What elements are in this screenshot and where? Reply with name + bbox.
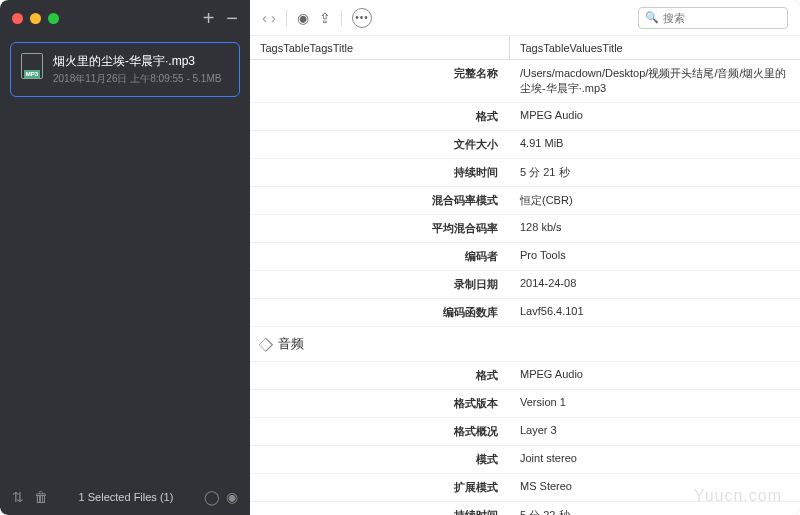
metadata-row: 平均混合码率128 kb/s <box>250 215 800 243</box>
search-input[interactable] <box>663 12 781 24</box>
metadata-key: 模式 <box>250 446 510 473</box>
metadata-row: 文件大小4.91 MiB <box>250 131 800 159</box>
sort-icon[interactable]: ⇅ <box>12 489 24 505</box>
metadata-value: 恒定(CBR) <box>510 187 800 214</box>
metadata-row: 混合码率模式恒定(CBR) <box>250 187 800 215</box>
file-name: 烟火里的尘埃-华晨宇·.mp3 <box>53 53 229 70</box>
metadata-key: 持续时间 <box>250 502 510 515</box>
add-file-button[interactable]: + <box>203 8 215 28</box>
metadata-value: Version 1 <box>510 390 800 417</box>
metadata-row: 持续时间5 分 22 秒 <box>250 502 800 515</box>
file-extension-badge: MP3 <box>24 70 40 78</box>
audio-section-header[interactable]: ❑ 音频 <box>250 327 800 362</box>
tag-icon: ❑ <box>256 334 275 353</box>
nav-arrows: ‹ › <box>262 9 276 26</box>
file-type-icon: MP3 <box>21 53 43 79</box>
metadata-row: 扩展模式MS Stereo <box>250 474 800 502</box>
metadata-row: 完整名称/Users/macdown/Desktop/视频开头结尾/音频/烟火里… <box>250 60 800 103</box>
metadata-row: 持续时间5 分 21 秒 <box>250 159 800 187</box>
footer-right-icons: ◯ ◉ <box>204 489 238 505</box>
footer-left-icons: ⇅ 🗑 <box>12 489 48 505</box>
metadata-row: 模式Joint stereo <box>250 446 800 474</box>
metadata-value: /Users/macdown/Desktop/视频开头结尾/音频/烟火里的尘埃-… <box>510 60 800 102</box>
metadata-value: 4.91 MiB <box>510 131 800 158</box>
selected-files-label: 1 Selected Files (1) <box>79 491 174 503</box>
share-icon[interactable]: ⇪ <box>319 10 331 26</box>
metadata-row: 格式概况Layer 3 <box>250 418 800 446</box>
main-panel: ‹ › ◉ ⇪ ••• 🔍 TagsTableTagsTitle TagsTab… <box>250 0 800 515</box>
metadata-row: 格式MPEG Audio <box>250 362 800 390</box>
metadata-value: 5 分 22 秒 <box>510 502 800 515</box>
forward-button[interactable]: › <box>271 9 276 26</box>
minimize-window-icon[interactable] <box>30 13 41 24</box>
metadata-key: 编码者 <box>250 243 510 270</box>
metadata-key: 文件大小 <box>250 131 510 158</box>
metadata-value: MPEG Audio <box>510 362 800 389</box>
metadata-value: Layer 3 <box>510 418 800 445</box>
toolbar-icons: ◉ ⇪ <box>297 10 331 26</box>
more-icon[interactable]: ••• <box>352 8 372 28</box>
metadata-value: Pro Tools <box>510 243 800 270</box>
file-list-item[interactable]: MP3 烟火里的尘埃-华晨宇·.mp3 2018年11月26日 上午8:09:5… <box>10 42 240 97</box>
titlebar-actions: + − <box>203 8 238 28</box>
metadata-row: 编码者Pro Tools <box>250 243 800 271</box>
metadata-value: 128 kb/s <box>510 215 800 242</box>
tags-column-header[interactable]: TagsTableTagsTitle <box>250 36 510 59</box>
toolbar: ‹ › ◉ ⇪ ••• 🔍 <box>250 0 800 36</box>
preview-icon[interactable]: ◉ <box>297 10 309 26</box>
content-scroll[interactable]: 完整名称/Users/macdown/Desktop/视频开头结尾/音频/烟火里… <box>250 60 800 515</box>
toolbar-divider <box>341 10 342 26</box>
file-meta: 2018年11月26日 上午8:09:55 - 5.1MB <box>53 72 229 86</box>
metadata-key: 格式 <box>250 362 510 389</box>
search-icon: 🔍 <box>645 11 659 24</box>
metadata-value: Lavf56.4.101 <box>510 299 800 326</box>
table-header: TagsTableTagsTitle TagsTableValuesTitle <box>250 36 800 60</box>
back-button[interactable]: ‹ <box>262 9 267 26</box>
sidebar-footer: ⇅ 🗑 1 Selected Files (1) ◯ ◉ <box>0 479 250 515</box>
metadata-value: 2014-24-08 <box>510 271 800 298</box>
metadata-key: 平均混合码率 <box>250 215 510 242</box>
audio-section-title: 音频 <box>278 335 304 353</box>
metadata-key: 持续时间 <box>250 159 510 186</box>
metadata-key: 编码函数库 <box>250 299 510 326</box>
metadata-key: 格式版本 <box>250 390 510 417</box>
metadata-row: 录制日期2014-24-08 <box>250 271 800 299</box>
window-controls <box>12 13 59 24</box>
trash-icon[interactable]: 🗑 <box>34 489 48 505</box>
file-info: 烟火里的尘埃-华晨宇·.mp3 2018年11月26日 上午8:09:55 - … <box>53 53 229 86</box>
metadata-key: 扩展模式 <box>250 474 510 501</box>
deselect-icon[interactable]: ◯ <box>204 489 220 505</box>
maximize-window-icon[interactable] <box>48 13 59 24</box>
metadata-key: 录制日期 <box>250 271 510 298</box>
close-window-icon[interactable] <box>12 13 23 24</box>
metadata-value: Joint stereo <box>510 446 800 473</box>
metadata-key: 格式概况 <box>250 418 510 445</box>
values-column-header[interactable]: TagsTableValuesTitle <box>510 42 800 54</box>
metadata-row: 格式版本Version 1 <box>250 390 800 418</box>
metadata-value: MPEG Audio <box>510 103 800 130</box>
sidebar: + − MP3 烟火里的尘埃-华晨宇·.mp3 2018年11月26日 上午8:… <box>0 0 250 515</box>
remove-file-button[interactable]: − <box>226 8 238 28</box>
toolbar-divider <box>286 10 287 26</box>
metadata-row: 编码函数库Lavf56.4.101 <box>250 299 800 327</box>
metadata-key: 格式 <box>250 103 510 130</box>
metadata-value: 5 分 21 秒 <box>510 159 800 186</box>
select-all-icon[interactable]: ◉ <box>226 489 238 505</box>
metadata-value: MS Stereo <box>510 474 800 501</box>
titlebar: + − <box>0 0 250 36</box>
metadata-row: 格式MPEG Audio <box>250 103 800 131</box>
metadata-key: 混合码率模式 <box>250 187 510 214</box>
metadata-key: 完整名称 <box>250 60 510 102</box>
search-box[interactable]: 🔍 <box>638 7 788 29</box>
